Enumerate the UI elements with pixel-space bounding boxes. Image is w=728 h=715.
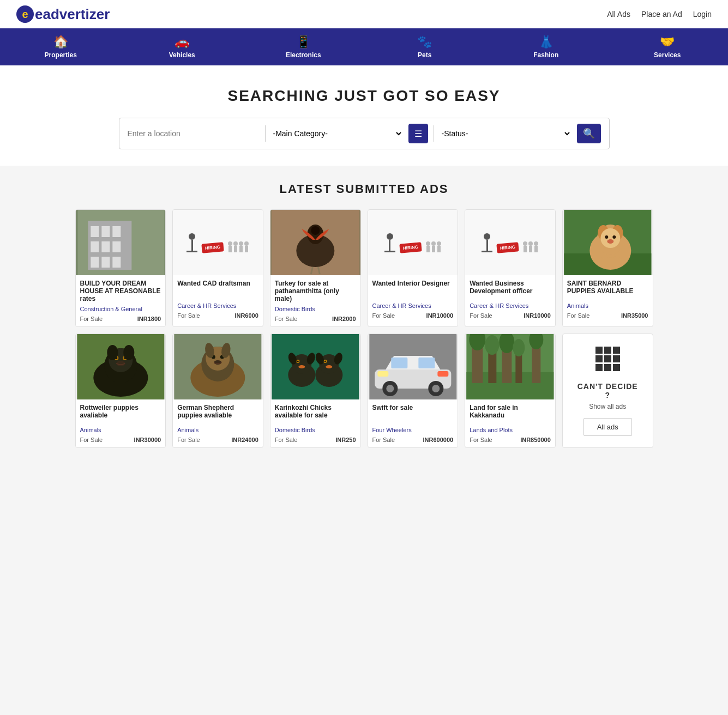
- header-nav: All Ads Place an Ad Login: [607, 10, 712, 19]
- search-filter-button[interactable]: ☰: [408, 124, 428, 143]
- ad-body-7: Rottweiler puppies avaliable Animals For…: [76, 399, 166, 447]
- svg-rect-85: [595, 347, 603, 354]
- svg-point-53: [298, 365, 305, 368]
- ad-title-1: BUILD YOUR DREAM HOUSE AT REASONABLE rat…: [80, 280, 161, 302]
- search-status-select[interactable]: -Status-: [440, 129, 571, 138]
- ad-card-8[interactable]: German Shepherd puppies avaliable Animal…: [172, 334, 263, 448]
- ad-body-2: Wanted CAD draftsman Career & HR Service…: [173, 275, 263, 323]
- hiring-image-5: HIRING: [465, 210, 555, 275]
- ad-category-4: Career & HR Services: [372, 302, 454, 309]
- svg-rect-10: [112, 257, 121, 268]
- svg-point-59: [324, 361, 326, 362]
- header: e eadvertizer All Ads Place an Ad Login: [0, 0, 728, 28]
- nav-properties-label: Properties: [45, 51, 77, 59]
- ad-body-11: Land for sale in Kakkanadu Lands and Plo…: [465, 399, 555, 447]
- svg-point-15: [311, 226, 320, 235]
- ad-body-10: Swift for sale Four Wheelers For Sale IN…: [368, 399, 458, 447]
- ad-title-11: Land for sale in Kakkanadu: [470, 404, 551, 423]
- ad-card-11[interactable]: Land for sale in Kakkanadu Lands and Plo…: [465, 334, 556, 448]
- ad-status-11: For Sale: [470, 437, 492, 443]
- svg-rect-71: [377, 371, 388, 377]
- ad-title-8: German Shepherd puppies avaliable: [177, 404, 258, 423]
- ad-card-7[interactable]: Rottweiler puppies avaliable Animals For…: [75, 334, 166, 448]
- all-ads-button[interactable]: All ads: [583, 418, 632, 436]
- svg-point-37: [107, 345, 118, 360]
- nav-pets[interactable]: 🐾 Pets: [364, 28, 486, 65]
- search-category-select[interactable]: -Main Category-: [271, 129, 403, 138]
- search-bar: -Main Category- ☰ -Status- 🔍: [119, 118, 610, 149]
- ad-price-4: INR10000: [426, 312, 454, 319]
- ad-title-10: Swift for sale: [372, 404, 454, 423]
- ad-footer-1: For Sale INR1800: [80, 316, 161, 322]
- svg-point-38: [123, 345, 134, 360]
- svg-rect-89: [604, 355, 611, 362]
- svg-rect-3: [101, 226, 110, 237]
- nav-services-label: Services: [654, 51, 681, 59]
- ad-card-4[interactable]: HIRING Wanted Interior Designer Career &…: [368, 209, 459, 327]
- ad-card-9[interactable]: Karinkozhi Chicks available for sale Dom…: [270, 334, 361, 448]
- svg-point-83: [513, 339, 525, 356]
- ad-card-2[interactable]: HIRING Wanted CAD draftsman Career & HR …: [172, 209, 263, 327]
- ad-card-10[interactable]: Swift for sale Four Wheelers For Sale IN…: [368, 334, 459, 448]
- ad-title-6: SAINT BERNARD PUPPIES AVAILABLE: [567, 280, 648, 299]
- latest-ads-title: LATEST SUBMITTED ADS: [75, 182, 653, 196]
- ad-footer-10: For Sale INR600000: [372, 437, 454, 443]
- svg-point-25: [605, 235, 608, 239]
- nav-services[interactable]: 🤝 Services: [607, 28, 729, 65]
- ad-category-6: Animals: [567, 302, 648, 309]
- svg-rect-91: [595, 364, 603, 371]
- search-divider2: [434, 125, 434, 142]
- svg-rect-8: [91, 257, 99, 268]
- vehicles-icon: 🚗: [175, 35, 189, 49]
- search-go-button[interactable]: 🔍: [577, 124, 601, 143]
- turkey-image: [270, 210, 360, 275]
- search-location-input[interactable]: [128, 129, 260, 138]
- ad-card-1[interactable]: BUILD YOUR DREAM HOUSE AT REASONABLE rat…: [75, 209, 166, 327]
- svg-rect-9: [101, 257, 110, 268]
- svg-rect-5: [91, 241, 99, 252]
- ad-title-5: Wanted Business Development officer: [470, 280, 551, 299]
- login-link[interactable]: Login: [693, 10, 712, 19]
- nav-pets-label: Pets: [418, 51, 431, 59]
- pets-icon: 🐾: [417, 35, 432, 49]
- ad-status-9: For Sale: [275, 437, 298, 443]
- ad-category-3: Domestic Birds: [275, 306, 356, 312]
- car-svg: [368, 334, 458, 399]
- ad-title-3: Turkey for sale at pathanamthitta (only …: [275, 280, 356, 302]
- ad-status-6: For Sale: [567, 312, 590, 319]
- ad-card-5[interactable]: HIRING Wanted Business Development offic…: [465, 209, 556, 327]
- svg-rect-87: [613, 347, 620, 354]
- ad-body-4: Wanted Interior Designer Career & HR Ser…: [368, 275, 458, 323]
- properties-icon: 🏠: [53, 35, 68, 49]
- ad-footer-4: For Sale INR10000: [372, 312, 454, 319]
- ad-footer-3: For Sale INR2000: [275, 316, 356, 322]
- rottweiler-svg: [76, 334, 166, 399]
- ad-price-3: INR2000: [332, 316, 356, 322]
- place-ad-link[interactable]: Place an Ad: [641, 10, 682, 19]
- ad-price-1: INR1800: [137, 316, 161, 322]
- svg-rect-4: [112, 226, 121, 237]
- ad-category-11: Lands and Plots: [470, 427, 551, 433]
- shepherd-svg: [173, 334, 263, 399]
- ads-grid-row2: Rottweiler puppies avaliable Animals For…: [75, 334, 653, 448]
- ad-status-10: For Sale: [372, 437, 395, 443]
- nav-vehicles-label: Vehicles: [169, 51, 195, 59]
- ad-status-4: For Sale: [372, 312, 395, 319]
- svg-rect-90: [613, 355, 620, 362]
- land-svg: [465, 334, 555, 399]
- logo[interactable]: e eadvertizer: [16, 5, 110, 23]
- all-ads-link[interactable]: All Ads: [607, 10, 630, 19]
- ad-card-3[interactable]: Turkey for sale at pathanamthitta (only …: [270, 209, 361, 327]
- nav-vehicles[interactable]: 🚗 Vehicles: [122, 28, 243, 65]
- ad-price-10: INR600000: [423, 437, 454, 443]
- ad-footer-8: For Sale INR24000: [177, 437, 258, 443]
- ad-card-6[interactable]: SAINT BERNARD PUPPIES AVAILABLE Animals …: [562, 209, 653, 327]
- ad-category-5: Career & HR Services: [470, 302, 551, 309]
- ad-title-2: Wanted CAD draftsman: [177, 280, 258, 299]
- nav-electronics[interactable]: 📱 Electronics: [243, 28, 364, 65]
- nav-properties[interactable]: 🏠 Properties: [0, 28, 122, 65]
- ad-footer-6: For Sale INR35000: [567, 312, 648, 319]
- nav-fashion[interactable]: 👗 Fashion: [485, 28, 607, 65]
- svg-rect-48: [272, 334, 359, 399]
- svg-rect-86: [604, 347, 611, 354]
